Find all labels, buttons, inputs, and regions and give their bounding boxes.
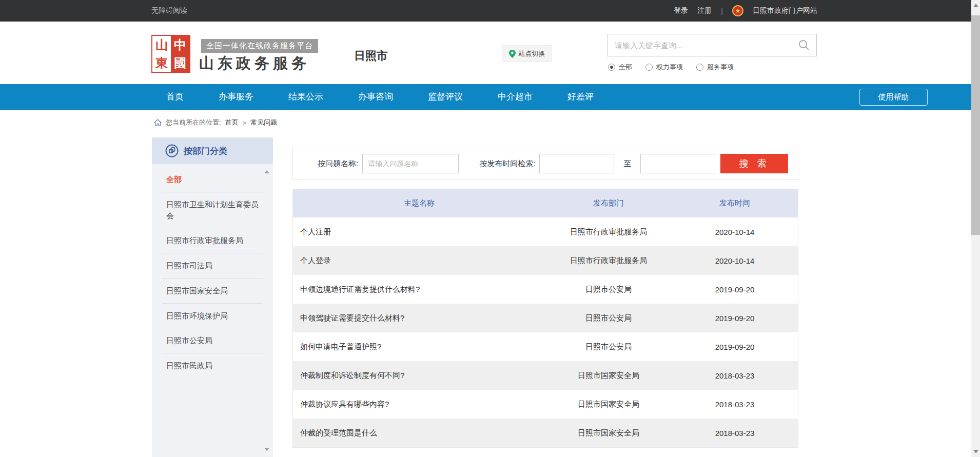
nav-item[interactable]: 首页 xyxy=(149,84,201,110)
department-cell: 日照市公安局 xyxy=(545,285,672,294)
nav-item[interactable]: 好差评 xyxy=(550,84,611,110)
col-header-topic: 主题名称 xyxy=(293,198,545,208)
scope-radio-option[interactable]: 全部 xyxy=(608,63,632,72)
portal-site-link[interactable]: 日照市政府门户网站 xyxy=(753,6,817,15)
page: 无障碍阅读 登录 注册 | ★ 日照市政府门户网站 山東 中國 全国一体化在线政… xyxy=(0,0,980,457)
department-list-item[interactable]: 日照市环境保护局 xyxy=(162,303,263,328)
question-link[interactable]: 仲裁协议应具有哪些内容? xyxy=(293,400,545,409)
department-cell: 日照市国家安全局 xyxy=(545,400,672,409)
department-cell: 日照市国家安全局 xyxy=(545,371,672,381)
login-link[interactable]: 登录 xyxy=(674,6,688,15)
site-switch-button[interactable]: 站点切换 xyxy=(502,45,552,62)
department-list-item[interactable]: 全部 xyxy=(162,167,263,192)
question-link[interactable]: 仲裁的受理范围是什么 xyxy=(293,428,545,438)
department-list-item[interactable]: 日照市卫生和计划生育委员会 xyxy=(162,192,263,228)
search-icon[interactable] xyxy=(798,39,810,51)
department-sidebar: 按部门分类 全部 日照市卫生和计划生育委员会 日照市行政审批服务局 日照市司法局… xyxy=(152,137,273,457)
department-list-item[interactable]: 日照市司法局 xyxy=(162,253,263,278)
site-header: 山東 中國 全国一体化在线政务服务平台 山东政务服务 日照市 站点切换 xyxy=(0,22,971,84)
breadcrumb-current: 常见问题 xyxy=(250,118,277,127)
department-list-item[interactable]: 日照市民政局 xyxy=(162,353,263,378)
main-nav: 首页 办事服务 结果公示 办事咨询 监督评议 中介超市 好差评 使用帮助 xyxy=(0,84,971,110)
nav-item[interactable]: 中介超市 xyxy=(480,84,550,110)
question-link[interactable]: 个人注册 xyxy=(293,227,545,237)
nav-item[interactable]: 结果公示 xyxy=(271,84,341,110)
question-name-input[interactable] xyxy=(362,154,459,173)
table-row[interactable]: 个人注册 日照市行政审批服务局 2020-10-14 xyxy=(293,217,798,246)
department-list-item[interactable]: 日照市国家安全局 xyxy=(162,278,263,303)
date-range-to-label: 至 xyxy=(623,159,631,169)
accessibility-link[interactable]: 无障碍阅读 xyxy=(151,6,187,15)
col-header-department: 发布部门 xyxy=(545,198,672,208)
question-link[interactable]: 仲裁制度和诉讼制度有何不同? xyxy=(293,371,545,381)
department-list: 全部 日照市卫生和计划生育委员会 日照市行政审批服务局 日照市司法局 日照市国家… xyxy=(152,164,273,378)
department-cell: 日照市行政审批服务局 xyxy=(545,256,672,266)
location-pin-icon xyxy=(509,50,516,58)
national-emblem-icon: ★ xyxy=(732,5,743,16)
sidebar-scroll-up-icon[interactable] xyxy=(264,170,269,173)
department-list-item[interactable]: 日照市公安局 xyxy=(162,328,263,353)
table-row[interactable]: 申领驾驶证需要提交什么材料? 日照市公安局 2019-09-20 xyxy=(293,304,798,332)
date-cell: 2018-03-23 xyxy=(672,429,798,438)
department-list-item[interactable]: 日照市行政审批服务局 xyxy=(162,228,263,253)
keyword-search-input[interactable] xyxy=(607,41,798,50)
radio-icon[interactable] xyxy=(645,64,653,71)
scrollbar-up-icon[interactable] xyxy=(973,4,978,7)
table-row[interactable]: 申领边境通行证需要提供什么材料? 日照市公安局 2019-09-20 xyxy=(293,275,798,304)
breadcrumb-prefix: 您当前所在的位置: xyxy=(166,118,221,127)
date-cell: 2020-10-14 xyxy=(672,256,798,265)
faq-table: 主题名称 发布部门 发布时间 个人注册 日照市行政审批服务局 2020-10-1… xyxy=(292,189,798,448)
search-scope-radios: 全部 权力事项 服务事项 xyxy=(608,63,734,72)
question-link[interactable]: 如何申请电子普通护照? xyxy=(293,342,545,352)
radio-icon[interactable] xyxy=(608,64,615,71)
category-icon xyxy=(165,144,179,157)
scope-radio-option[interactable]: 权力事项 xyxy=(645,63,683,72)
search-button[interactable]: 搜 索 xyxy=(720,154,788,173)
department-cell: 日照市行政审批服务局 xyxy=(545,227,672,237)
breadcrumb-home-link[interactable]: 首页 xyxy=(225,118,239,127)
radio-icon[interactable] xyxy=(696,64,703,71)
city-name: 日照市 xyxy=(354,48,388,64)
date-cell: 2018-03-23 xyxy=(672,400,798,409)
date-cell: 2020-10-14 xyxy=(672,228,798,236)
help-button[interactable]: 使用帮助 xyxy=(859,89,928,106)
breadcrumb: 您当前所在的位置: 首页 > 常见问题 xyxy=(154,118,277,127)
sidebar-scroll-down-icon[interactable] xyxy=(264,448,269,451)
register-link[interactable]: 注册 xyxy=(697,6,712,15)
question-link[interactable]: 申领驾驶证需要提交什么材料? xyxy=(293,313,545,323)
date-from-input[interactable] xyxy=(539,154,614,173)
topbar-divider: | xyxy=(721,7,723,15)
scope-radio-option[interactable]: 服务事项 xyxy=(696,63,734,72)
seal-right-column: 中國 xyxy=(171,36,189,72)
page-scrollbar[interactable] xyxy=(971,0,980,457)
question-link[interactable]: 个人登录 xyxy=(293,256,545,266)
scrollbar-thumb[interactable] xyxy=(971,15,980,235)
nav-item[interactable]: 办事服务 xyxy=(201,84,271,110)
table-row[interactable]: 仲裁制度和诉讼制度有何不同? 日照市国家安全局 2018-03-23 xyxy=(293,361,798,390)
scrollbar-down-icon[interactable] xyxy=(973,450,978,453)
shandong-seal-logo: 山東 中國 xyxy=(151,35,190,73)
main-content: 按问题名称: 按发布时间检索: 至 搜 索 主题名称 发布部门 发布时间 个人注… xyxy=(292,137,798,448)
table-row[interactable]: 仲裁的受理范围是什么 日照市国家安全局 2018-03-23 xyxy=(293,419,798,447)
col-header-date: 发布时间 xyxy=(672,198,798,208)
sidebar-title: 按部门分类 xyxy=(184,145,227,157)
question-name-label: 按问题名称: xyxy=(318,159,358,169)
topbar-right: 登录 注册 | ★ 日照市政府门户网站 xyxy=(674,5,817,16)
nav-item[interactable]: 监督评议 xyxy=(410,84,480,110)
department-cell: 日照市国家安全局 xyxy=(545,428,672,438)
question-filter-bar: 按问题名称: 按发布时间检索: 至 搜 索 xyxy=(292,148,798,180)
date-cell: 2019-09-20 xyxy=(672,285,798,294)
question-link[interactable]: 申领边境通行证需要提供什么材料? xyxy=(293,285,545,294)
table-row[interactable]: 个人登录 日照市行政审批服务局 2020-10-14 xyxy=(293,246,798,275)
date-cell: 2019-09-20 xyxy=(672,314,798,323)
table-row[interactable]: 仲裁协议应具有哪些内容? 日照市国家安全局 2018-03-23 xyxy=(293,390,798,419)
home-icon xyxy=(154,119,162,126)
department-cell: 日照市公安局 xyxy=(545,313,672,323)
nav-item[interactable]: 办事咨询 xyxy=(341,84,410,110)
date-to-input[interactable] xyxy=(640,154,715,173)
faq-table-header: 主题名称 发布部门 发布时间 xyxy=(293,189,798,217)
sidebar-header: 按部门分类 xyxy=(152,137,273,164)
brand-title: 山东政务服务 xyxy=(199,53,310,74)
table-row[interactable]: 如何申请电子普通护照? 日照市公安局 2019-09-20 xyxy=(293,332,798,361)
department-cell: 日照市公安局 xyxy=(545,342,672,352)
